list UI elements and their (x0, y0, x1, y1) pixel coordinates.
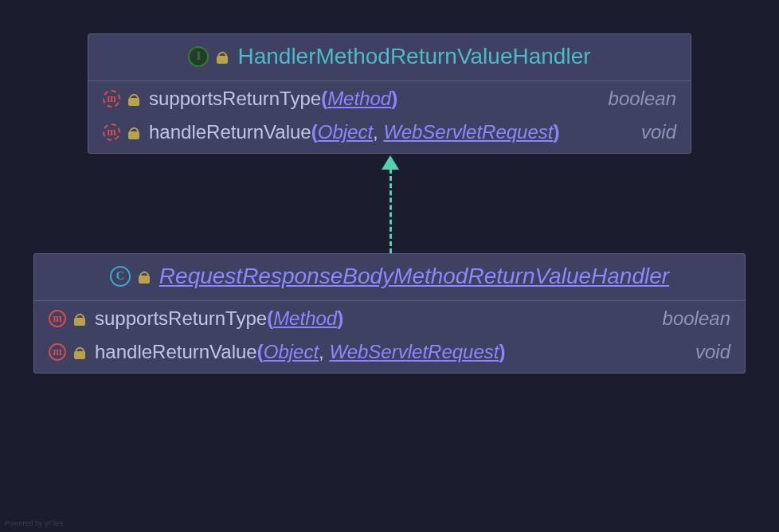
method-name-label: handleReturnValue (149, 121, 311, 143)
unlocked-icon (217, 49, 229, 64)
return-type: void (641, 121, 676, 143)
watermark: Powered by yFiles (5, 519, 64, 527)
class-name[interactable]: RequestResponseBodyMethodReturnValueHand… (159, 264, 669, 289)
interface-title-row: I HandlerMethodReturnValueHandler (88, 34, 691, 81)
class-title-row: C RequestResponseBodyMethodReturnValueHa… (34, 254, 745, 301)
class-box[interactable]: C RequestResponseBodyMethodReturnValueHa… (33, 253, 746, 374)
return-type: boolean (609, 88, 676, 110)
interface-box[interactable]: I HandlerMethodReturnValueHandler m supp… (88, 33, 691, 154)
interface-method-row[interactable]: m supportsReturnType(Method) boolean (88, 81, 691, 116)
class-method-row[interactable]: m handleReturnValue(Object, WebServletRe… (34, 336, 745, 373)
param-type-link[interactable]: Method (327, 88, 391, 109)
method-icon: m (49, 310, 66, 327)
unlocked-icon (139, 269, 151, 284)
unlocked-icon (128, 92, 141, 106)
method-name-label: supportsReturnType (95, 307, 267, 329)
unlocked-icon (128, 125, 141, 139)
realization-arrow-line (390, 169, 392, 253)
method-signature: supportsReturnType(Method) (149, 88, 601, 110)
param-type-link[interactable]: Method (273, 307, 337, 329)
class-icon: C (110, 266, 131, 287)
realization-arrow-head-icon (382, 155, 399, 170)
unlocked-icon (74, 311, 87, 326)
class-method-row[interactable]: m supportsReturnType(Method) boolean (34, 301, 745, 336)
method-name-label: handleReturnValue (95, 341, 257, 362)
method-signature: handleReturnValue(Object, WebServletRequ… (149, 121, 633, 143)
return-type: void (695, 341, 730, 363)
method-signature: supportsReturnType(Method) (95, 307, 655, 330)
abstract-method-icon: m (103, 90, 120, 108)
abstract-method-icon: m (103, 123, 120, 141)
unlocked-icon (74, 345, 87, 359)
method-signature: handleReturnValue(Object, WebServletRequ… (95, 341, 687, 363)
method-name-label: supportsReturnType (149, 88, 321, 109)
param-type-link[interactable]: WebServletRequest (383, 121, 553, 143)
param-type-link[interactable]: WebServletRequest (329, 341, 499, 362)
return-type: boolean (663, 307, 730, 330)
interface-method-row[interactable]: m handleReturnValue(Object, WebServletRe… (88, 116, 691, 153)
param-type-link[interactable]: Object (318, 121, 373, 143)
method-icon: m (49, 343, 66, 361)
param-type-link[interactable]: Object (264, 341, 319, 362)
interface-name[interactable]: HandlerMethodReturnValueHandler (237, 44, 590, 69)
interface-icon: I (188, 46, 209, 67)
